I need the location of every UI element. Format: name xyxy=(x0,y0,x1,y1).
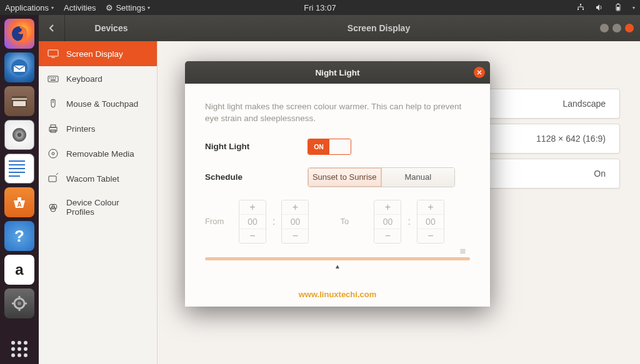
slider-end-icon: ≣ xyxy=(459,246,466,255)
headerbar-section-title: Devices xyxy=(65,23,158,33)
nightlight-toggle[interactable]: ON xyxy=(308,139,351,155)
svg-rect-5 xyxy=(617,7,619,10)
panel-applications-menu[interactable]: Applications ▾ xyxy=(5,3,54,12)
launcher-show-applications[interactable] xyxy=(4,334,34,364)
sidebar-item-mouse-touchpad[interactable]: Mouse & Touchpad xyxy=(39,91,157,116)
launcher-settings[interactable] xyxy=(4,288,34,318)
resolution-row[interactable]: 1128 × 642 (16:9) xyxy=(482,124,620,154)
sidebar-item-printers[interactable]: Printers xyxy=(39,116,157,141)
svg-rect-24 xyxy=(53,77,54,79)
launcher-files[interactable] xyxy=(4,86,34,116)
svg-rect-25 xyxy=(55,77,56,79)
from-minute-up[interactable]: + xyxy=(282,200,308,214)
to-minute-down[interactable]: − xyxy=(418,229,444,243)
orientation-row[interactable]: Landscape xyxy=(482,89,620,119)
from-hour-down[interactable]: − xyxy=(239,229,266,243)
svg-line-34 xyxy=(56,173,58,175)
sidebar-item-keyboard[interactable]: Keyboard xyxy=(39,66,157,91)
svg-rect-26 xyxy=(51,80,56,81)
svg-rect-1 xyxy=(578,9,579,10)
from-label: From xyxy=(205,217,228,226)
to-hour-spinner: + 00 − xyxy=(374,200,401,243)
dialog-title: Night Light xyxy=(315,68,359,77)
panel-settings-menu[interactable]: ⚙ Settings ▾ xyxy=(106,3,150,12)
schedule-manual-button[interactable]: Manual xyxy=(381,168,455,187)
launcher-amazon[interactable]: a xyxy=(4,255,34,285)
sidebar-item-label: Printers xyxy=(66,124,96,134)
schedule-segment: Sunset to Sunrise Manual xyxy=(308,167,455,187)
svg-rect-10 xyxy=(13,101,26,106)
printer-icon xyxy=(48,123,59,134)
launcher-libreoffice-writer[interactable] xyxy=(4,154,34,184)
sidebar-item-label: Device Colour Profiles xyxy=(66,198,148,217)
system-menu-chevron-icon[interactable]: ▾ xyxy=(632,5,635,11)
svg-rect-0 xyxy=(580,4,581,5)
from-minute-down[interactable]: − xyxy=(282,229,308,243)
top-panel: Applications ▾ Activities ⚙ Settings ▾ F… xyxy=(0,0,640,15)
from-hour-up[interactable]: + xyxy=(239,200,266,214)
to-minute-spinner: + 00 − xyxy=(417,200,444,243)
slider-handle-icon: ▲ xyxy=(205,263,470,270)
svg-text:A: A xyxy=(17,201,21,208)
color-temp-slider[interactable]: ≣ ▲ xyxy=(205,257,470,276)
panel-clock[interactable]: Fri 13:07 xyxy=(304,3,336,12)
wacom-icon xyxy=(48,173,59,184)
battery-icon[interactable] xyxy=(614,3,622,12)
dialog-description: Night light makes the screen colour warm… xyxy=(205,101,470,125)
colour-icon xyxy=(48,202,59,213)
svg-rect-9 xyxy=(12,98,27,100)
mouse-icon xyxy=(48,98,59,109)
to-hour-up[interactable]: + xyxy=(374,200,401,214)
dialog-titlebar: Night Light xyxy=(185,61,490,84)
sidebar-item-label: Keyboard xyxy=(66,74,102,84)
svg-rect-19 xyxy=(48,50,58,56)
svg-rect-2 xyxy=(582,9,584,10)
from-minute-spinner: + 00 − xyxy=(281,200,309,243)
to-label: To xyxy=(340,217,362,226)
from-hour-spinner: + 00 − xyxy=(239,200,266,243)
night-light-dialog: Night Light Night light makes the screen… xyxy=(185,61,490,307)
schedule-label: Schedule xyxy=(205,172,308,182)
network-icon[interactable] xyxy=(576,3,585,12)
from-minute-value: 00 xyxy=(282,214,308,229)
window-headerbar: Devices Screen Display xyxy=(39,15,640,41)
from-hour-value: 00 xyxy=(239,214,266,229)
sidebar-item-screen-display[interactable]: Screen Display xyxy=(39,41,157,66)
sidebar-item-colour-profiles[interactable]: Device Colour Profiles xyxy=(39,191,157,224)
svg-point-32 xyxy=(52,152,54,155)
sidebar-item-wacom-tablet[interactable]: Wacom Tablet xyxy=(39,166,157,191)
headerbar-page-title: Screen Display xyxy=(158,23,600,33)
svg-rect-29 xyxy=(51,125,56,127)
back-button[interactable] xyxy=(39,15,65,41)
devices-sidebar: Screen Display Keyboard Mouse & Touchpad… xyxy=(39,41,158,364)
dialog-close-button[interactable] xyxy=(474,67,485,78)
panel-activities[interactable]: Activities xyxy=(64,3,96,12)
launcher-rhythmbox[interactable] xyxy=(4,120,34,150)
launcher-ubuntu-software[interactable]: A xyxy=(4,187,34,217)
window-close-button[interactable] xyxy=(625,24,634,32)
sidebar-item-label: Mouse & Touchpad xyxy=(66,99,138,109)
svg-rect-22 xyxy=(49,77,51,79)
schedule-sunset-button[interactable]: Sunset to Sunrise xyxy=(308,168,381,187)
window-maximize-button[interactable] xyxy=(612,24,621,32)
svg-point-31 xyxy=(49,149,58,158)
to-minute-up[interactable]: + xyxy=(418,200,444,214)
svg-rect-33 xyxy=(49,176,56,182)
launcher-firefox[interactable] xyxy=(4,19,34,49)
svg-rect-21 xyxy=(48,76,58,82)
sidebar-item-removable-media[interactable]: Removable Media xyxy=(39,141,157,166)
svg-point-14 xyxy=(18,302,21,305)
nightlight-toggle-label: Night Light xyxy=(205,142,308,151)
window-minimize-button[interactable] xyxy=(600,24,609,32)
sidebar-item-label: Screen Display xyxy=(66,49,123,59)
svg-rect-23 xyxy=(51,77,52,79)
launcher-thunderbird[interactable] xyxy=(4,52,34,82)
settings-gear-icon: ⚙ xyxy=(106,3,113,12)
to-hour-down[interactable]: − xyxy=(374,229,401,243)
removable-media-icon xyxy=(48,148,59,159)
sidebar-item-label: Wacom Tablet xyxy=(66,174,119,184)
keyboard-icon xyxy=(48,73,59,84)
volume-icon[interactable] xyxy=(595,3,604,12)
nightlight-row[interactable]: On xyxy=(482,159,620,189)
launcher-help[interactable]: ? xyxy=(4,221,34,251)
